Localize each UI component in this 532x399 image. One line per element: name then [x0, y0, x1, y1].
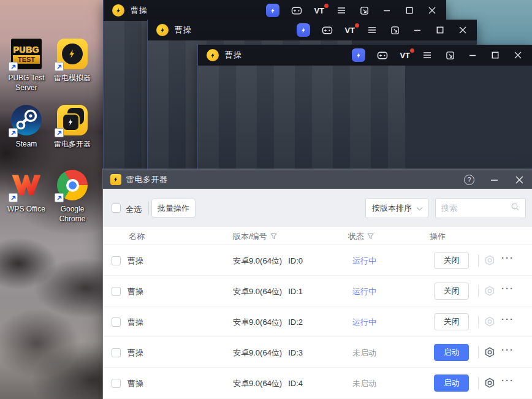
header-name: 名称	[129, 231, 145, 242]
vt-virtualization-indicator[interactable]: VT	[400, 51, 410, 60]
batch-operations-button[interactable]: 批量操作	[151, 199, 196, 218]
window-title: 曹操	[131, 5, 148, 16]
more-options-icon[interactable]: ···	[501, 375, 516, 386]
start-stop-button[interactable]: 启动	[434, 374, 469, 392]
notification-dot	[324, 4, 329, 8]
sort-dropdown-value: 按版本排序	[372, 203, 412, 214]
select-all-checkbox[interactable]	[112, 203, 121, 213]
gamepad-icon[interactable]	[377, 50, 388, 61]
menu-icon[interactable]	[336, 5, 347, 16]
window-title: 曹操	[175, 25, 192, 36]
chrome-icon	[56, 169, 88, 201]
close-icon[interactable]	[512, 50, 523, 61]
row-checkbox[interactable]	[112, 317, 121, 327]
maximize-icon[interactable]	[490, 50, 501, 61]
start-stop-button[interactable]: 启动	[434, 344, 469, 361]
ldplayer-icon	[56, 38, 88, 70]
settings-gear-icon[interactable]	[484, 346, 496, 359]
new-window-icon[interactable]	[389, 25, 400, 36]
settings-gear-icon[interactable]	[484, 285, 496, 297]
notification-dot	[410, 48, 414, 53]
desktop-icon-ld-multi-opener[interactable]: 雷电多开器	[49, 104, 96, 150]
instance-name: 曹操	[127, 378, 143, 389]
more-options-icon[interactable]: ···	[501, 283, 516, 294]
start-stop-button[interactable]: 关闭	[434, 313, 469, 330]
row-checkbox[interactable]	[112, 287, 121, 296]
instance-name: 曹操	[127, 348, 143, 359]
close-icon[interactable]	[427, 5, 438, 16]
divider	[478, 316, 479, 328]
shortcut-arrow-icon	[9, 128, 18, 137]
menu-icon[interactable]	[367, 25, 378, 36]
new-window-icon[interactable]	[444, 50, 455, 61]
table-row: 曹操 安卓9.0(64位)ID:2 运行中 关闭 ···	[103, 306, 532, 337]
instance-version: 安卓9.0(64位)	[233, 379, 282, 388]
row-checkbox[interactable]	[112, 348, 121, 357]
filter-icon[interactable]	[367, 232, 374, 241]
emulator-titlebar[interactable]: 曹操 VT	[148, 20, 477, 40]
boost-icon[interactable]	[352, 48, 365, 62]
desktop-icon-wps-office[interactable]: WPS Office	[3, 169, 50, 215]
menu-icon[interactable]	[422, 50, 433, 61]
manager-titlebar[interactable]: 雷电多开器 ?	[103, 169, 532, 189]
notification-dot	[355, 23, 359, 28]
sort-dropdown[interactable]: 按版本排序	[365, 198, 428, 218]
new-window-icon[interactable]	[359, 5, 370, 16]
maximize-icon[interactable]	[404, 5, 415, 16]
desktop-icon-label: 雷电多开器	[47, 140, 97, 150]
row-checkbox[interactable]	[112, 379, 121, 388]
wps-office-icon	[10, 169, 42, 201]
help-icon[interactable]: ?	[464, 175, 474, 185]
vt-virtualization-indicator[interactable]: VT	[314, 6, 324, 15]
instance-status: 未启动	[352, 378, 376, 389]
ldplayer-logo-icon	[207, 49, 219, 61]
settings-gear-icon[interactable]	[484, 316, 496, 328]
desktop-icon-google-chrome[interactable]: Google Chrome	[49, 169, 96, 224]
close-icon[interactable]	[457, 25, 468, 36]
shortcut-arrow-icon	[55, 62, 64, 71]
instance-name: 曹操	[127, 317, 143, 328]
gamepad-icon[interactable]	[322, 25, 333, 36]
more-options-icon[interactable]: ···	[501, 344, 516, 355]
instance-id: ID:4	[288, 379, 303, 388]
close-icon[interactable]	[514, 174, 525, 185]
emulator-titlebar[interactable]: 曹操 VT	[104, 0, 446, 21]
instance-name: 曹操	[127, 256, 143, 267]
ldplayer-logo-icon	[156, 24, 169, 36]
instance-status: 未启动	[352, 348, 376, 359]
instance-version: 安卓9.0(64位)	[233, 287, 282, 296]
boost-icon[interactable]	[297, 23, 310, 37]
boost-icon[interactable]	[266, 4, 279, 17]
filter-icon[interactable]	[270, 232, 277, 241]
maximize-icon[interactable]	[435, 25, 446, 36]
emulator-titlebar[interactable]: 曹操 VT	[198, 45, 532, 66]
select-all-label: 全选	[126, 204, 142, 215]
row-checkbox[interactable]	[112, 256, 121, 265]
settings-gear-icon[interactable]	[484, 377, 496, 389]
settings-gear-icon[interactable]	[484, 254, 496, 267]
minimize-icon[interactable]	[467, 50, 478, 61]
instance-version: 安卓9.0(64位)	[233, 256, 282, 265]
desktop-icon-label: Steam	[1, 140, 51, 150]
search-icon[interactable]	[511, 202, 520, 214]
window-title: 曹操	[225, 50, 242, 61]
desktop-icon-pubg-test-server[interactable]: PUBGTEST PUBG Test Server	[3, 38, 50, 93]
divider	[148, 202, 149, 215]
start-stop-button[interactable]: 关闭	[434, 283, 469, 300]
desktop-icon-label: PUBG Test Server	[1, 74, 51, 93]
desktop-icon-steam[interactable]: Steam	[3, 104, 50, 150]
instance-id: ID:1	[288, 287, 303, 296]
multi-opener-logo-icon	[110, 174, 121, 185]
start-stop-button[interactable]: 关闭	[434, 252, 469, 269]
minimize-icon[interactable]	[381, 5, 392, 16]
vt-virtualization-indicator[interactable]: VT	[344, 26, 355, 35]
search-input[interactable]	[441, 203, 511, 213]
minimize-icon[interactable]	[412, 25, 423, 36]
desktop-icon-ldplayer[interactable]: 雷电模拟器	[49, 38, 96, 83]
more-options-icon[interactable]: ···	[501, 314, 516, 324]
gamepad-icon[interactable]	[291, 5, 302, 16]
minimize-icon[interactable]	[488, 174, 500, 185]
shortcut-arrow-icon	[9, 193, 18, 202]
more-options-icon[interactable]: ···	[501, 253, 516, 263]
instance-id: ID:2	[288, 317, 303, 327]
